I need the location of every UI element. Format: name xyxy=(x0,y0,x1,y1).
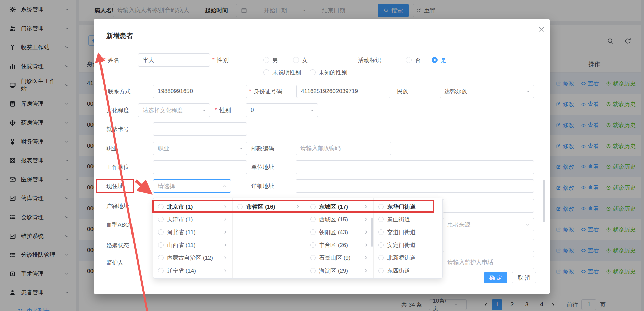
radio-dot xyxy=(310,255,316,260)
cascader-placeholder: 请选择 xyxy=(158,182,220,190)
radio-dot xyxy=(158,268,164,273)
chevron-right-icon xyxy=(223,243,228,247)
confirm-button[interactable]: 确 定 xyxy=(484,272,507,283)
cancel-button[interactable]: 取 消 xyxy=(512,272,536,283)
radio-female[interactable]: 女 xyxy=(293,57,308,63)
cascader-option-haidian[interactable]: 海淀区 (29) xyxy=(305,264,374,277)
radio-male[interactable]: 男 xyxy=(263,57,278,63)
radio-dot xyxy=(378,268,384,273)
radio-dot xyxy=(432,57,438,63)
guardian-phone-input[interactable] xyxy=(443,256,534,269)
chevron-right-icon xyxy=(223,217,228,222)
employer-addr-input[interactable] xyxy=(296,160,534,174)
detail-addr-label: 详细地址 xyxy=(251,179,274,193)
education-select[interactable]: 请选择文化程度 xyxy=(138,103,210,117)
patient-source-select[interactable]: 患者来源 xyxy=(443,218,534,231)
chevron-up-icon xyxy=(222,184,227,189)
radio-unstated-gender[interactable]: 未说明性别 xyxy=(263,69,301,76)
name-input[interactable] xyxy=(138,53,210,67)
radio-label: 未知的性别 xyxy=(319,69,347,76)
radio-no[interactable]: 否 xyxy=(406,57,420,63)
cascader-option-shijingshan[interactable]: 石景山区 (9) xyxy=(305,251,374,264)
education-placeholder: 请选择文化程度 xyxy=(143,106,199,114)
registered-addr-label: 户籍地址 xyxy=(106,199,129,213)
ethnicity-select[interactable]: 达斡尔族 xyxy=(440,85,534,98)
card-no-input[interactable] xyxy=(153,122,247,136)
gender2-value: 0 xyxy=(251,107,307,114)
radio-unknown-gender[interactable]: 未知的性别 xyxy=(310,69,347,76)
radio-label: 女 xyxy=(302,56,308,64)
marital-right-input[interactable] xyxy=(443,239,534,252)
detail-addr-input[interactable] xyxy=(296,179,534,193)
cascader-option-liaoning[interactable]: 辽宁省 (14) xyxy=(153,264,232,277)
chevron-down-icon xyxy=(238,146,243,151)
gender2-label: 性别 xyxy=(215,103,231,117)
annotation-box-current-address xyxy=(96,179,134,193)
cascader-option-andingmen[interactable]: 安定门街道 xyxy=(374,239,442,251)
name-label: 姓名 xyxy=(103,53,119,67)
chevron-right-icon xyxy=(364,217,369,222)
id-number-input[interactable] xyxy=(296,85,390,98)
radio-dot xyxy=(378,229,384,235)
radio-dot xyxy=(310,217,316,222)
cascader-option-shanxi[interactable]: 山西省 (11) xyxy=(153,239,232,251)
cascader-option-chaoyang[interactable]: 朝阳区 (43) xyxy=(305,226,374,239)
chevron-down-icon xyxy=(525,89,530,94)
cascader-option-jingshan[interactable]: 景山街道 xyxy=(374,213,442,226)
radio-label: 男 xyxy=(272,56,278,64)
contact-input[interactable] xyxy=(153,85,247,98)
close-icon xyxy=(538,26,545,33)
occupation-select[interactable]: 职业 xyxy=(153,142,247,155)
cascader-option-beixinqiao[interactable]: 北新桥街道 xyxy=(374,251,442,264)
employer-input[interactable] xyxy=(153,160,247,174)
radio-dot xyxy=(293,57,299,63)
modal-title: 新增患者 xyxy=(106,31,133,40)
radio-dot xyxy=(310,229,316,235)
radio-label: 否 xyxy=(415,56,420,64)
radio-dot xyxy=(158,229,164,235)
modal-scrollbar[interactable] xyxy=(543,180,545,222)
radio-label: 是 xyxy=(441,56,446,64)
cascader-option-fengtai[interactable]: 丰台区 (26) xyxy=(305,239,374,251)
employer-label: 工作单位 xyxy=(106,160,129,174)
gender-label: 性别 xyxy=(212,53,229,67)
chevron-right-icon xyxy=(223,255,228,260)
cascader-option-dongsi[interactable]: 东四街道 xyxy=(374,264,442,277)
radio-dot xyxy=(378,217,384,222)
add-patient-modal: 新增患者 姓名 性别 男 女 活动标识 否 是 未说明性别 未知的性别 联系方式… xyxy=(94,19,550,294)
cascader-scrollbar[interactable] xyxy=(371,218,373,247)
radio-dot xyxy=(310,268,316,273)
radio-dot xyxy=(378,242,384,248)
postal-label: 邮政编码 xyxy=(251,142,274,155)
registered-detail-input[interactable] xyxy=(443,199,534,213)
current-address-cascader[interactable]: 请选择 xyxy=(153,179,231,193)
cascader-option-xicheng[interactable]: 西城区 (15) xyxy=(305,213,374,226)
chevron-right-icon xyxy=(223,230,228,235)
active-flag-label: 活动标识 xyxy=(358,53,381,67)
chevron-down-icon xyxy=(525,222,530,227)
cascader-option-tianjin[interactable]: 天津市 (1) xyxy=(153,213,232,226)
patient-source-placeholder: 患者来源 xyxy=(447,221,523,229)
postal-input[interactable] xyxy=(296,142,391,155)
chevron-right-icon xyxy=(364,255,369,260)
radio-dot xyxy=(263,57,269,63)
ethnicity-value: 达斡尔族 xyxy=(444,88,523,95)
chevron-right-icon xyxy=(364,268,369,273)
guardian-label: 监护人 xyxy=(106,256,123,269)
cascader-option-hebei[interactable]: 河北省 (11) xyxy=(153,226,232,239)
chevron-right-icon xyxy=(223,268,228,273)
radio-label: 未说明性别 xyxy=(272,69,301,76)
modal-divider xyxy=(94,45,550,45)
radio-dot xyxy=(378,255,384,260)
radio-dot xyxy=(310,242,316,248)
gender2-select[interactable]: 0 xyxy=(246,103,318,117)
close-icon[interactable] xyxy=(538,26,545,33)
radio-dot xyxy=(158,242,164,248)
cascader-option-neimenggu[interactable]: 内蒙古自治区 (12) xyxy=(153,251,232,264)
cascader-option-jiaodaokou[interactable]: 交道口街道 xyxy=(374,226,442,239)
blood-type-label: 血型ABO xyxy=(106,218,130,231)
radio-dot xyxy=(263,69,269,75)
radio-yes[interactable]: 是 xyxy=(432,57,446,63)
education-label: 文化程度 xyxy=(106,103,129,117)
chevron-right-icon xyxy=(364,230,369,235)
